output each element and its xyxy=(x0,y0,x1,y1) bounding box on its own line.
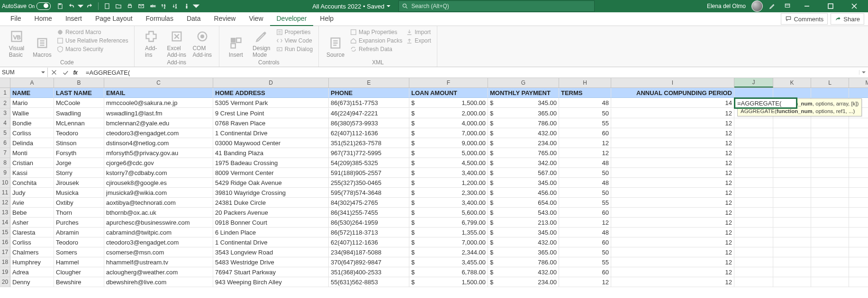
cell-18-A[interactable]: Humphrey xyxy=(10,257,54,267)
avatar[interactable] xyxy=(751,0,763,12)
cell-5-L[interactable] xyxy=(811,128,849,138)
column-header-C[interactable]: C xyxy=(104,78,213,88)
cell-14-E[interactable]: 86(530)264-1959 xyxy=(329,218,409,228)
cell-7-J[interactable] xyxy=(734,148,773,158)
cell-1-B[interactable]: LAST NAME xyxy=(54,88,104,98)
cell-16-H[interactable]: 60 xyxy=(559,237,611,247)
cell-8-I[interactable]: 12 xyxy=(611,158,734,168)
cell-17-L[interactable] xyxy=(811,247,849,257)
cell-6-L[interactable] xyxy=(811,138,849,148)
import-item[interactable]: Import xyxy=(406,29,431,35)
cell-8-F[interactable]: $4,500.00 xyxy=(409,158,488,168)
cell-14-L[interactable] xyxy=(811,218,849,228)
cell-2-G[interactable]: $345.00 xyxy=(488,98,559,108)
cell-18-I[interactable]: 12 xyxy=(611,257,734,267)
cell-16-B[interactable]: Teodoro xyxy=(54,237,104,247)
cell-11-E[interactable]: 595(778)574-3648 xyxy=(329,188,409,198)
row-header-15[interactable]: 15 xyxy=(0,228,10,237)
cell-13-L[interactable] xyxy=(811,208,849,218)
cell-11-G[interactable]: $456.00 xyxy=(488,188,559,198)
tab-file[interactable]: File xyxy=(4,12,28,25)
ribbon-display-icon[interactable] xyxy=(782,1,793,11)
cell-18-B[interactable]: Hammel xyxy=(54,257,104,267)
cell-3-E[interactable]: 46(224)947-2221 xyxy=(329,108,409,118)
tab-insert[interactable]: Insert xyxy=(59,12,89,25)
cell-9-G[interactable]: $567.00 xyxy=(488,168,559,178)
cell-1-I[interactable]: ANNUAL COMPUNDING PERIOD xyxy=(611,88,734,98)
cell-10-A[interactable]: Conchita xyxy=(10,178,54,188)
cell-8-B[interactable]: Jorge xyxy=(54,158,104,168)
cell-12-A[interactable]: Avie xyxy=(10,198,54,208)
cell-8-J[interactable] xyxy=(734,158,773,168)
pen-icon[interactable] xyxy=(767,1,778,11)
cell-8-M[interactable] xyxy=(849,158,868,168)
cell-6-D[interactable]: 03000 Maywood Center xyxy=(213,138,329,148)
row-header-5[interactable]: 5 xyxy=(0,128,10,138)
cell-7-G[interactable]: $765.00 xyxy=(488,148,559,158)
row-header-14[interactable]: 14 xyxy=(0,218,10,228)
search-box[interactable]: Search (Alt+Q) xyxy=(398,0,595,12)
cell-6-C[interactable]: dstinson4@netlog.com xyxy=(104,138,213,148)
cell-20-A[interactable]: Denny xyxy=(10,277,54,287)
cell-11-C[interactable]: jmusicka9@wikia.com xyxy=(104,188,213,198)
column-header-D[interactable]: D xyxy=(213,78,329,88)
cell-11-K[interactable] xyxy=(773,188,811,198)
cell-9-E[interactable]: 591(188)905-2557 xyxy=(329,168,409,178)
expansion-packs-item[interactable]: Expansion Packs xyxy=(350,37,402,44)
cell-9-H[interactable]: 50 xyxy=(559,168,611,178)
cell-7-H[interactable]: 12 xyxy=(559,148,611,158)
cell-11-M[interactable] xyxy=(849,188,868,198)
cell-2-F[interactable]: $1,500.00 xyxy=(409,98,488,108)
cell-4-D[interactable]: 0768 Raven Place xyxy=(213,118,329,128)
cell-10-B[interactable]: Jirousek xyxy=(54,178,104,188)
cell-1-D[interactable]: HOME ADDRESS xyxy=(213,88,329,98)
row-header-20[interactable]: 20 xyxy=(0,277,10,287)
column-header-F[interactable]: F xyxy=(409,78,488,88)
cell-4-I[interactable]: 12 xyxy=(611,118,734,128)
cell-20-E[interactable]: 55(631)562-8853 xyxy=(329,277,409,287)
formula-input[interactable]: =AGGREGATE( xyxy=(83,69,859,76)
cell-18-H[interactable]: 55 xyxy=(559,257,611,267)
cell-6-H[interactable]: 12 xyxy=(559,138,611,148)
sort-asc-icon[interactable]: AZ xyxy=(159,1,169,11)
cell-20-C[interactable]: dbewshireh@live.com xyxy=(104,277,213,287)
cell-15-E[interactable]: 86(572)118-3713 xyxy=(329,228,409,237)
print-icon[interactable] xyxy=(125,1,135,11)
cell-14-D[interactable]: 0918 Bonner Court xyxy=(213,218,329,228)
cell-16-D[interactable]: 1 Continental Drive xyxy=(213,237,329,247)
source-button[interactable]: Source xyxy=(323,27,348,58)
spell-icon[interactable]: abc xyxy=(147,1,158,11)
cell-8-A[interactable]: Cristian xyxy=(10,158,54,168)
cell-13-I[interactable]: 12 xyxy=(611,208,734,218)
tab-review[interactable]: Review xyxy=(208,12,243,25)
cell-14-M[interactable] xyxy=(849,218,868,228)
visual-basic-button[interactable]: VB Visual Basic xyxy=(4,27,29,58)
column-header-L[interactable]: L xyxy=(811,78,849,88)
spreadsheet-grid[interactable]: 1NAMELAST NAMEEMAILHOME ADDRESSPHONELOAN… xyxy=(0,88,868,287)
insert-control-button[interactable]: Insert xyxy=(223,27,249,58)
cell-8-G[interactable]: $342.00 xyxy=(488,158,559,168)
cell-15-M[interactable] xyxy=(849,228,868,237)
cell-8-D[interactable]: 1975 Badeau Crossing xyxy=(213,158,329,168)
design-mode-button[interactable]: Design Mode xyxy=(249,27,274,58)
cell-9-A[interactable]: Kassi xyxy=(10,168,54,178)
cell-19-C[interactable]: aclougherg@weather.com xyxy=(104,267,213,277)
cell-12-E[interactable]: 84(302)475-2765 xyxy=(329,198,409,208)
cell-17-A[interactable]: Chalmers xyxy=(10,247,54,257)
row-header-13[interactable]: 13 xyxy=(0,208,10,218)
cell-12-G[interactable]: $654.00 xyxy=(488,198,559,208)
row-header-4[interactable]: 4 xyxy=(0,118,10,128)
cell-14-K[interactable] xyxy=(773,218,811,228)
cell-7-B[interactable]: Forsyth xyxy=(54,148,104,158)
cell-8-K[interactable] xyxy=(773,158,811,168)
cell-8-L[interactable] xyxy=(811,158,849,168)
cell-18-L[interactable] xyxy=(811,257,849,267)
cell-15-G[interactable]: $345.00 xyxy=(488,228,559,237)
name-box-dropdown-icon[interactable] xyxy=(41,70,45,75)
tab-data[interactable]: Data xyxy=(180,12,208,25)
cell-14-F[interactable]: $6,799.00 xyxy=(409,218,488,228)
cell-17-H[interactable]: 50 xyxy=(559,247,611,257)
cell-20-J[interactable] xyxy=(734,277,773,287)
cell-1-G[interactable]: MONTHLY PAYMENT xyxy=(488,88,559,98)
cell-7-M[interactable] xyxy=(849,148,868,158)
